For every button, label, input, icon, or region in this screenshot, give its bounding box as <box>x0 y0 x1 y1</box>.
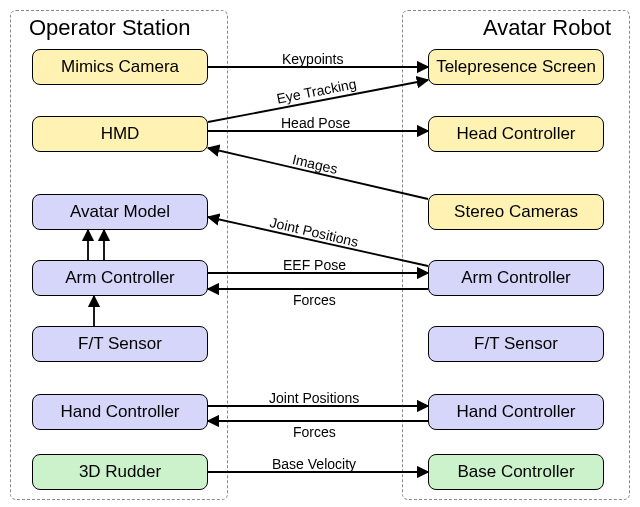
edge-label-forces-1: Forces <box>293 292 336 308</box>
edge-label-base-velocity: Base Velocity <box>272 456 356 472</box>
edge-label-keypoints: Keypoints <box>282 51 343 67</box>
node-base-controller: Base Controller <box>428 454 604 490</box>
node-mimics-camera: Mimics Camera <box>32 49 208 85</box>
edge-label-joint-positions-1: Joint Positions <box>268 214 360 250</box>
group-title-right: Avatar Robot <box>483 15 611 41</box>
node-3d-rudder: 3D Rudder <box>32 454 208 490</box>
node-stereo-cameras: Stereo Cameras <box>428 194 604 230</box>
node-hmd: HMD <box>32 116 208 152</box>
edge-label-images: Images <box>291 151 339 177</box>
node-arm-controller-right: Arm Controller <box>428 260 604 296</box>
edge-label-joint-positions-2: Joint Positions <box>269 390 359 406</box>
node-hand-controller-right: Hand Controller <box>428 394 604 430</box>
node-avatar-model: Avatar Model <box>32 194 208 230</box>
edge-label-forces-2: Forces <box>293 424 336 440</box>
group-title-left: Operator Station <box>29 15 190 41</box>
node-head-controller: Head Controller <box>428 116 604 152</box>
edge-label-eye-tracking: Eye Tracking <box>275 75 358 106</box>
node-ft-sensor-right: F/T Sensor <box>428 326 604 362</box>
edge-label-eef-pose: EEF Pose <box>283 257 346 273</box>
node-ft-sensor-left: F/T Sensor <box>32 326 208 362</box>
node-hand-controller-left: Hand Controller <box>32 394 208 430</box>
node-telepresence-screen: Telepresence Screen <box>428 49 604 85</box>
node-arm-controller-left: Arm Controller <box>32 260 208 296</box>
edge-label-head-pose: Head Pose <box>281 115 350 131</box>
